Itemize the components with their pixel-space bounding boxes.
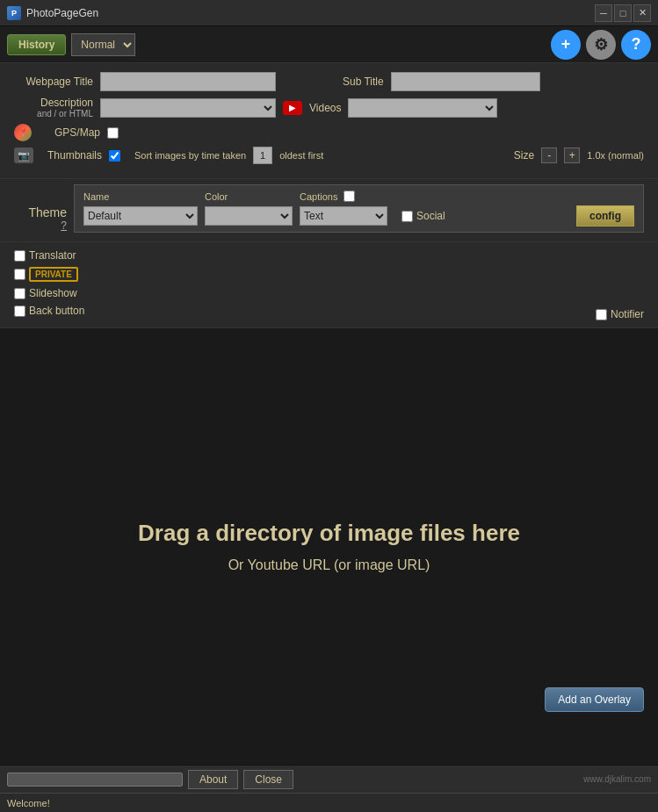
slideshow-label: Slideshow bbox=[29, 287, 77, 299]
size-label: Size bbox=[514, 149, 534, 162]
minimize-button[interactable]: ─ bbox=[595, 4, 612, 22]
help-button[interactable]: ? bbox=[621, 30, 651, 60]
description-select[interactable] bbox=[100, 98, 276, 118]
sort-label: Sort images by time taken bbox=[134, 150, 246, 161]
social-checkbox[interactable] bbox=[401, 211, 413, 222]
theme-label-col: Theme ? bbox=[14, 184, 67, 232]
subtitle-input[interactable] bbox=[391, 72, 540, 91]
close-button[interactable]: Close bbox=[243, 770, 293, 789]
normal-select[interactable]: Normal Wide Narrow bbox=[71, 33, 135, 56]
translator-label: Translator bbox=[29, 249, 76, 262]
close-window-button[interactable]: ✕ bbox=[633, 4, 651, 22]
overlay-button[interactable]: Add an Overlay bbox=[545, 687, 644, 712]
add-button[interactable]: + bbox=[551, 30, 581, 60]
title-row: Webpage Title Sub Title bbox=[14, 72, 644, 91]
gps-checkbox[interactable] bbox=[107, 127, 119, 139]
webpage-title-label: Webpage Title bbox=[14, 75, 93, 88]
scrollbar[interactable] bbox=[7, 772, 183, 787]
titlebar: P PhotoPageGen ─ □ ✕ bbox=[0, 0, 658, 26]
toolbar: History Normal Wide Narrow + ⚙ ? bbox=[0, 26, 658, 63]
thumbnails-checkbox[interactable] bbox=[109, 150, 120, 162]
back-button-label: Back button bbox=[29, 305, 84, 317]
captions-checkbox[interactable] bbox=[343, 190, 355, 202]
social-label: Social bbox=[416, 210, 445, 222]
theme-col-headers: Name Color Captions bbox=[83, 190, 634, 202]
theme-panel: Name Color Captions Default Dark Light C… bbox=[74, 184, 644, 233]
notifier-row: Notifier bbox=[596, 308, 644, 320]
status-bar: Welcome! bbox=[0, 793, 658, 812]
theme-color-col-label: Color bbox=[205, 191, 293, 202]
slideshow-row: Slideshow bbox=[14, 287, 644, 299]
thumbnails-label: Thumbnails bbox=[40, 149, 102, 162]
camera-icon: 📷 bbox=[14, 147, 33, 163]
theme-label: Theme bbox=[28, 205, 67, 219]
theme-captions-select[interactable]: Text Overlay Below bbox=[300, 206, 387, 226]
theme-captions-col-label: Captions bbox=[300, 190, 355, 202]
sort-num: 1 bbox=[253, 147, 272, 164]
settings-button[interactable]: ⚙ bbox=[586, 30, 616, 60]
drop-title: Drag a directory of image files here bbox=[138, 520, 520, 547]
bottom-logo: www.djkalim.com bbox=[583, 774, 651, 784]
theme-row: Theme ? Name Color Captions Default Dark… bbox=[14, 184, 644, 233]
maximize-button[interactable]: □ bbox=[614, 4, 632, 22]
slideshow-checkbox[interactable] bbox=[14, 288, 25, 299]
back-button-row: Back button Notifier bbox=[14, 305, 644, 317]
social-row: Social bbox=[401, 210, 445, 222]
back-button-checkbox[interactable] bbox=[14, 305, 25, 317]
youtube-icon: ▶ bbox=[283, 101, 302, 115]
private-row: PRIVATE bbox=[14, 267, 644, 282]
app-icon: P bbox=[7, 6, 21, 20]
options-area: Translator PRIVATE Slideshow Back button… bbox=[0, 242, 658, 328]
translator-row: Translator bbox=[14, 249, 644, 262]
theme-selects-row: Default Dark Light Custom Red Blue Green… bbox=[83, 205, 634, 226]
size-plus-button[interactable]: + bbox=[564, 147, 580, 163]
translator-checkbox[interactable] bbox=[14, 250, 25, 262]
titlebar-controls: ─ □ ✕ bbox=[595, 4, 651, 22]
drop-subtitle: Or Youtube URL (or image URL) bbox=[228, 557, 430, 573]
theme-help-link[interactable]: ? bbox=[61, 219, 67, 232]
toolbar-right: + ⚙ ? bbox=[551, 30, 651, 60]
config-button[interactable]: config bbox=[576, 205, 634, 226]
description-label: Description bbox=[40, 97, 93, 109]
notifier-checkbox[interactable] bbox=[596, 309, 607, 320]
videos-select[interactable] bbox=[348, 98, 497, 118]
theme-name-select[interactable]: Default Dark Light Custom bbox=[83, 206, 198, 226]
videos-label: Videos bbox=[309, 102, 341, 114]
theme-color-select[interactable]: Red Blue Green bbox=[205, 206, 293, 226]
thumbnails-row: 📷 Thumbnails Sort images by time taken 1… bbox=[14, 147, 644, 164]
theme-name-col-label: Name bbox=[83, 191, 198, 202]
gps-row: 📍 GPS/Map bbox=[14, 124, 644, 141]
private-checkbox[interactable] bbox=[14, 269, 25, 280]
size-minus-button[interactable]: - bbox=[541, 147, 557, 163]
about-button[interactable]: About bbox=[188, 770, 238, 789]
form-area: Webpage Title Sub Title Description and … bbox=[0, 63, 658, 179]
gps-map-icon: 📍 bbox=[14, 124, 32, 141]
notifier-label: Notifier bbox=[611, 308, 644, 320]
theme-section: Theme ? Name Color Captions Default Dark… bbox=[0, 179, 658, 242]
size-value: 1.0x (normal) bbox=[587, 150, 644, 161]
history-button[interactable]: History bbox=[7, 34, 66, 55]
drop-area[interactable]: Drag a directory of image files here Or … bbox=[0, 328, 658, 765]
status-text: Welcome! bbox=[7, 798, 50, 808]
private-badge: PRIVATE bbox=[29, 267, 78, 282]
app-title: PhotoPageGen bbox=[26, 7, 595, 19]
bottom-bar: About Close www.djkalim.com bbox=[0, 765, 658, 793]
sort-order: oldest first bbox=[279, 150, 323, 161]
webpage-title-input[interactable] bbox=[100, 72, 276, 91]
description-row: Description and / or HTML ▶ Videos bbox=[14, 97, 644, 119]
and-or-html-label: and / or HTML bbox=[37, 109, 93, 119]
gps-label: GPS/Map bbox=[39, 126, 100, 139]
subtitle-label: Sub Title bbox=[343, 75, 384, 88]
